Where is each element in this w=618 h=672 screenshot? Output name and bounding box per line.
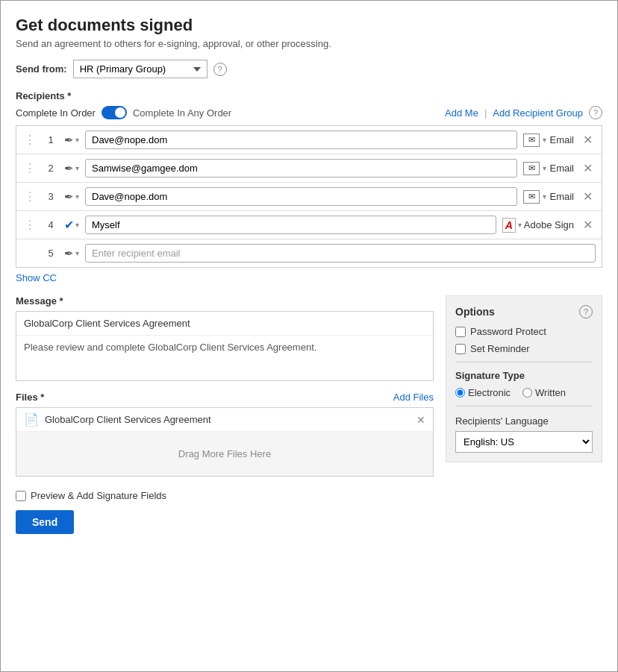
order-controls: Complete In Order Complete In Any Order: [16, 106, 231, 119]
page-title: Get documents signed: [16, 16, 602, 35]
recipient-num: 5: [43, 248, 58, 259]
options-header: Options ?: [455, 305, 593, 318]
recipient-num: 1: [43, 134, 58, 145]
options-help-icon[interactable]: ?: [579, 305, 593, 318]
drag-handle: ⋮: [22, 246, 37, 260]
auth-chevron-icon: ▾: [543, 164, 546, 172]
email-icon: ✉: [523, 134, 540, 147]
chevron-down-icon: ▾: [75, 221, 79, 229]
table-row: ⋮ 2 ✒ ▾ ✉ ▾ Email ✕: [16, 154, 602, 183]
list-item: 📄 GlobalCorp Client Services Agreement ✕: [16, 408, 433, 432]
footer-area: Preview & Add Signature Fields Send: [16, 490, 602, 534]
pen-icon: ✒: [64, 190, 74, 204]
chevron-down-icon: ▾: [75, 192, 79, 201]
send-from-label: Send from:: [16, 63, 67, 75]
message-label: Message *: [16, 295, 434, 307]
chevron-down-icon: ▾: [75, 164, 79, 172]
recipients-list: ⋮ 1 ✒ ▾ ✉ ▾ Email ✕ ⋮ 2 ✒ ▾ ✉: [16, 125, 602, 268]
language-select[interactable]: English: US French German Spanish Japane…: [455, 431, 593, 453]
auth-method[interactable]: ✉ ▾ Email: [523, 162, 574, 175]
role-selector[interactable]: ✔ ▾: [64, 218, 79, 232]
recipient-num: 2: [43, 163, 58, 174]
complete-any-order-label: Complete In Any Order: [133, 107, 231, 119]
sig-electronic-option[interactable]: Electronic: [455, 387, 511, 398]
auth-chevron-icon: ▾: [543, 136, 546, 144]
role-selector[interactable]: ✒ ▾: [64, 162, 79, 175]
sig-written-radio[interactable]: [522, 388, 532, 398]
show-cc-link[interactable]: Show CC: [16, 272, 57, 283]
complete-in-order-label: Complete In Order: [16, 107, 96, 119]
remove-recipient-button[interactable]: ✕: [580, 189, 596, 204]
signature-type-options: Electronic Written: [455, 387, 593, 398]
pen-icon: ✒: [64, 162, 74, 175]
files-area: 📄 GlobalCorp Client Services Agreement ✕…: [16, 407, 434, 477]
add-files-link[interactable]: Add Files: [393, 392, 434, 403]
auth-method[interactable]: ✉ ▾ Email: [523, 190, 574, 204]
email-icon: ✉: [523, 162, 540, 175]
recipient-email-input[interactable]: [85, 131, 517, 149]
send-from-select[interactable]: HR (Primary Group): [73, 60, 207, 78]
page-container: Get documents signed Send an agreement t…: [0, 0, 618, 672]
table-row: ⋮ 3 ✒ ▾ ✉ ▾ Email ✕: [16, 183, 602, 211]
drag-handle[interactable]: ⋮: [22, 218, 37, 232]
recipient-actions: Add Me | Add Recipient Group ?: [445, 106, 602, 119]
file-icon: 📄: [24, 412, 39, 427]
drag-handle[interactable]: ⋮: [22, 189, 37, 204]
recipients-label: Recipients *: [16, 90, 602, 101]
set-reminder-checkbox[interactable]: [455, 344, 466, 354]
set-reminder-label: Set Reminder: [470, 343, 529, 354]
recipient-num: 3: [43, 191, 58, 202]
sig-written-option[interactable]: Written: [522, 387, 566, 398]
options-divider: [455, 362, 593, 362]
add-recipient-group-link[interactable]: Add Recipient Group: [493, 107, 583, 119]
pen-icon: ✒: [64, 134, 74, 147]
table-row: ⋮ 5 ✒ ▾: [16, 239, 602, 267]
recipient-num: 4: [43, 219, 58, 230]
auth-method[interactable]: ✉ ▾ Email: [523, 134, 574, 147]
auth-method-adobe[interactable]: A ▾ Adobe Sign: [502, 218, 574, 233]
pen-icon: ✒: [64, 247, 74, 260]
recipient-email-input[interactable]: [85, 159, 517, 178]
email-icon: ✉: [523, 190, 540, 204]
auth-chevron-icon: ▾: [518, 221, 522, 229]
file-name: GlobalCorp Client Services Agreement: [45, 414, 411, 425]
drag-handle[interactable]: ⋮: [22, 133, 37, 147]
send-button[interactable]: Send: [16, 510, 74, 534]
preview-label: Preview & Add Signature Fields: [31, 490, 166, 501]
page-subtitle: Send an agreement to others for e-signin…: [16, 38, 602, 49]
main-content: Message * GlobalCorp Client Services Agr…: [16, 295, 602, 477]
role-selector[interactable]: ✒ ▾: [64, 190, 79, 204]
set-reminder-row: Set Reminder: [455, 343, 593, 354]
remove-recipient-button[interactable]: ✕: [580, 218, 596, 232]
table-row: ⋮ 4 ✔ ▾ A ▾ Adobe Sign ✕: [16, 211, 602, 239]
remove-recipient-button[interactable]: ✕: [580, 161, 596, 175]
preview-checkbox[interactable]: [16, 491, 26, 501]
chevron-down-icon: ▾: [75, 249, 79, 257]
auth-chevron-icon: ▾: [543, 192, 546, 201]
options-divider-2: [455, 406, 593, 406]
recipient-email-input[interactable]: [85, 216, 496, 234]
password-protect-checkbox[interactable]: [455, 327, 466, 337]
sig-electronic-radio[interactable]: [455, 388, 465, 398]
recipient-email-input[interactable]: [85, 187, 517, 206]
table-row: ⋮ 1 ✒ ▾ ✉ ▾ Email ✕: [16, 126, 602, 154]
drag-handle[interactable]: ⋮: [22, 161, 37, 175]
add-me-link[interactable]: Add Me: [445, 107, 478, 119]
role-selector[interactable]: ✒ ▾: [64, 134, 79, 147]
recipient-email-input[interactable]: [85, 244, 596, 263]
signature-type-label: Signature Type: [455, 370, 593, 381]
role-selector[interactable]: ✒ ▾: [64, 247, 79, 260]
files-header: Files * Add Files: [16, 392, 434, 403]
complete-in-order-toggle[interactable]: [102, 106, 127, 119]
recipients-help-icon[interactable]: ?: [589, 106, 602, 119]
remove-recipient-button[interactable]: ✕: [580, 133, 596, 147]
file-remove-button[interactable]: ✕: [416, 414, 425, 426]
language-label: Recipients' Language: [455, 415, 593, 427]
help-icon[interactable]: ?: [213, 63, 227, 76]
options-title: Options: [455, 306, 495, 318]
send-from-row: Send from: HR (Primary Group) ?: [16, 60, 602, 78]
preview-row: Preview & Add Signature Fields: [16, 490, 602, 501]
password-protect-label: Password Protect: [470, 326, 546, 337]
password-protect-row: Password Protect: [455, 326, 593, 337]
message-box: GlobalCorp Client Services Agreement Ple…: [16, 311, 434, 381]
